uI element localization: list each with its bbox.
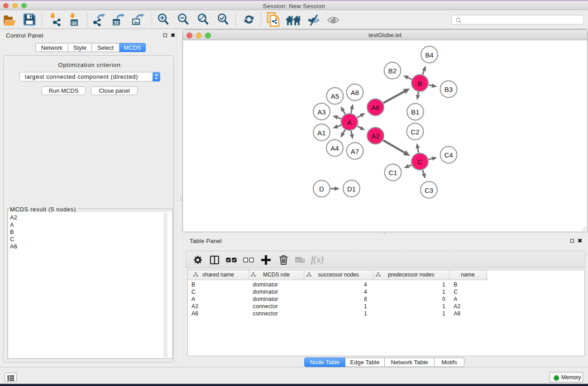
svg-text:A8: A8 — [351, 89, 359, 96]
svg-text:A5: A5 — [331, 92, 339, 100]
svg-text:A7: A7 — [351, 148, 359, 155]
svg-text:C2: C2 — [411, 128, 419, 136]
svg-text:C3: C3 — [425, 186, 433, 194]
svg-text:A1: A1 — [317, 129, 325, 137]
svg-text:B3: B3 — [445, 86, 453, 93]
svg-text:A: A — [347, 119, 352, 126]
svg-text:B1: B1 — [411, 108, 419, 116]
svg-text:C4: C4 — [444, 151, 453, 159]
svg-text:B4: B4 — [425, 51, 433, 59]
svg-text:B2: B2 — [388, 67, 397, 75]
svg-text:C: C — [417, 158, 422, 166]
svg-text:D1: D1 — [347, 185, 356, 193]
svg-text:A3: A3 — [317, 108, 325, 116]
svg-text:A6: A6 — [371, 104, 379, 111]
svg-text:A4: A4 — [330, 144, 339, 152]
svg-text:C1: C1 — [388, 169, 397, 176]
svg-text:B: B — [417, 80, 422, 87]
svg-text:A2: A2 — [371, 132, 379, 140]
svg-text:D: D — [319, 185, 324, 193]
